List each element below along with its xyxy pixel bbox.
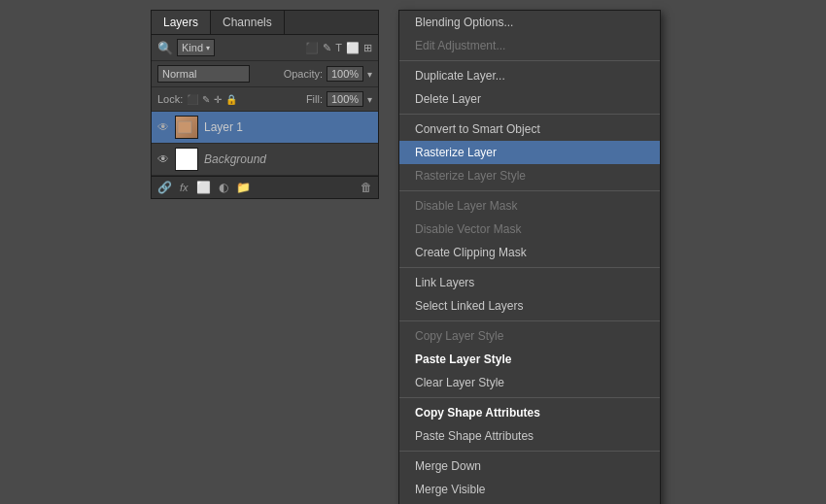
folder-icon[interactable]: 📁 bbox=[236, 181, 251, 194]
lock-position-icon[interactable]: ✛ bbox=[214, 94, 222, 105]
lock-all-icon[interactable]: 🔒 bbox=[225, 94, 237, 105]
menu-separator bbox=[399, 267, 660, 268]
trash-icon[interactable]: 🗑 bbox=[361, 181, 372, 194]
lock-icons: ⬛ ✎ ✛ 🔒 bbox=[187, 94, 237, 105]
fill-input[interactable]: 100% bbox=[327, 91, 363, 107]
opacity-arrow-icon: ▾ bbox=[367, 69, 372, 80]
menu-separator bbox=[399, 451, 660, 452]
kind-select[interactable]: Kind ▾ bbox=[177, 39, 215, 56]
lock-label: Lock: bbox=[157, 93, 183, 105]
adjustment-filter-icon[interactable]: ✎ bbox=[323, 42, 331, 54]
layer-item[interactable]: 👁 Background bbox=[152, 144, 378, 176]
search-filter-icon: 🔍 bbox=[157, 41, 173, 55]
menu-item-disable-vector-mask[interactable]: Disable Vector Mask bbox=[399, 218, 660, 241]
lock-pixels-icon[interactable]: ⬛ bbox=[187, 94, 198, 105]
adjustment-icon[interactable]: ◐ bbox=[219, 181, 228, 194]
menu-item-clear-layer-style[interactable]: Clear Layer Style bbox=[399, 371, 660, 394]
type-filter-icon[interactable]: T bbox=[335, 42, 342, 54]
menu-item-copy-layer-style[interactable]: Copy Layer Style bbox=[399, 324, 660, 348]
search-row: 🔍 Kind ▾ ⬛ ✎ T ⬜ ⊞ bbox=[152, 35, 378, 61]
menu-item-create-clipping-mask[interactable]: Create Clipping Mask bbox=[399, 241, 660, 264]
panel-footer: 🔗 fx ⬜ ◐ 📁 🗑 bbox=[152, 176, 378, 198]
pixel-filter-icon[interactable]: ⬛ bbox=[305, 42, 319, 54]
menu-item-rasterize-layer-style[interactable]: Rasterize Layer Style bbox=[399, 164, 660, 187]
panel-tabs: Layers Channels bbox=[152, 11, 378, 35]
menu-item-delete-layer[interactable]: Delete Layer bbox=[399, 87, 660, 111]
kind-label: Kind bbox=[182, 42, 203, 53]
layer-thumbnail bbox=[175, 116, 198, 139]
visibility-icon[interactable]: 👁 bbox=[157, 120, 169, 134]
menu-item-merge-down[interactable]: Merge Down bbox=[399, 454, 660, 478]
lock-paint-icon[interactable]: ✎ bbox=[202, 94, 210, 105]
lock-row: Lock: ⬛ ✎ ✛ 🔒 Fill: 100% ▾ bbox=[152, 87, 378, 112]
layer-name: Background bbox=[204, 152, 266, 166]
fx-icon[interactable]: fx bbox=[180, 182, 189, 193]
fill-label: Fill: bbox=[306, 93, 323, 105]
menu-item-select-linked-layers[interactable]: Select Linked Layers bbox=[399, 294, 660, 318]
blend-row: Normal Opacity: 100% ▾ bbox=[152, 61, 378, 87]
layers-list: 👁 Layer 1 👁 Background bbox=[152, 112, 378, 176]
menu-item-blending-options[interactable]: Blending Options... bbox=[399, 11, 660, 34]
menu-item-rasterize-layer[interactable]: Rasterize Layer bbox=[399, 141, 660, 164]
menu-item-paste-layer-style[interactable]: Paste Layer Style bbox=[399, 348, 660, 371]
menu-separator bbox=[399, 60, 660, 61]
layers-panel: Layers Channels 🔍 Kind ▾ ⬛ ✎ T ⬜ ⊞ Norma… bbox=[151, 10, 379, 199]
link-icon[interactable]: 🔗 bbox=[157, 181, 172, 194]
menu-separator bbox=[399, 114, 660, 115]
search-icons: ⬛ ✎ T ⬜ ⊞ bbox=[305, 42, 372, 54]
shape-filter-icon[interactable]: ⬜ bbox=[346, 42, 360, 54]
opacity-input[interactable]: 100% bbox=[327, 66, 363, 82]
menu-item-edit-adjustment[interactable]: Edit Adjustment... bbox=[399, 34, 660, 57]
menu-item-link-layers[interactable]: Link Layers bbox=[399, 271, 660, 294]
menu-item-duplicate-layer[interactable]: Duplicate Layer... bbox=[399, 64, 660, 87]
layer-name: Layer 1 bbox=[204, 120, 243, 134]
menu-separator bbox=[399, 190, 660, 191]
add-mask-icon[interactable]: ⬜ bbox=[196, 181, 211, 194]
svg-rect-0 bbox=[178, 121, 191, 133]
menu-item-convert-smart-object[interactable]: Convert to Smart Object bbox=[399, 118, 660, 141]
tab-channels[interactable]: Channels bbox=[211, 11, 285, 34]
kind-chevron-icon: ▾ bbox=[206, 44, 210, 52]
menu-item-paste-shape-attributes[interactable]: Paste Shape Attributes bbox=[399, 424, 660, 448]
blend-mode-select[interactable]: Normal bbox=[157, 65, 250, 83]
menu-item-disable-layer-mask[interactable]: Disable Layer Mask bbox=[399, 194, 660, 218]
visibility-icon[interactable]: 👁 bbox=[157, 152, 169, 166]
menu-item-merge-visible[interactable]: Merge Visible bbox=[399, 478, 660, 501]
context-menu: Blending Options... Edit Adjustment... D… bbox=[398, 10, 661, 504]
menu-item-copy-shape-attributes[interactable]: Copy Shape Attributes bbox=[399, 401, 660, 424]
opacity-label: Opacity: bbox=[284, 68, 323, 80]
tab-layers[interactable]: Layers bbox=[152, 11, 211, 34]
menu-separator bbox=[399, 320, 660, 321]
smart-filter-icon[interactable]: ⊞ bbox=[363, 42, 372, 54]
layer-item[interactable]: 👁 Layer 1 bbox=[152, 112, 378, 144]
fill-arrow-icon: ▾ bbox=[367, 94, 372, 105]
layer-thumbnail bbox=[175, 148, 198, 171]
menu-separator bbox=[399, 397, 660, 398]
